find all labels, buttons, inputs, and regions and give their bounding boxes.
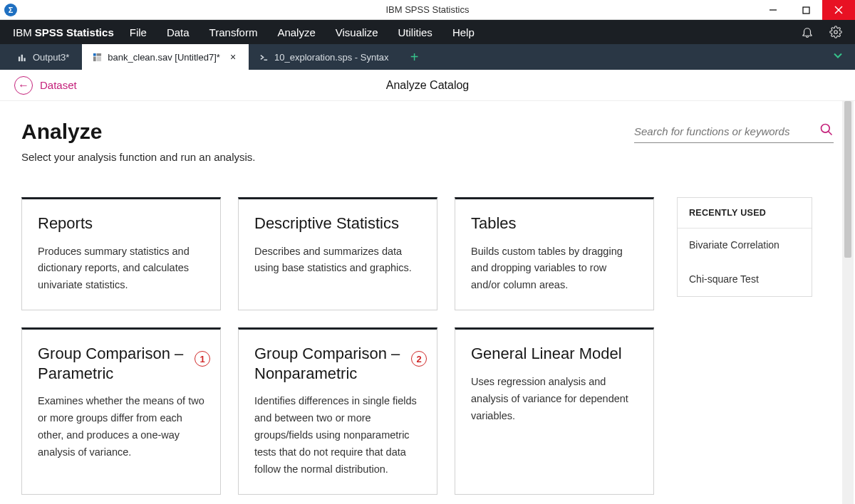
search-box[interactable] [634,122,834,143]
card-title: Tables [471,214,638,233]
card-title: Group Comparison – Nonparametric [254,344,421,383]
notifications-icon[interactable] [798,23,817,41]
svg-rect-1 [803,7,809,14]
tabs-overflow-chevron-icon[interactable] [832,50,844,65]
brand-label: IBM SPSS Statistics [13,26,114,38]
close-button[interactable] [822,0,855,20]
callout-badge-1: 1 [195,351,210,367]
page-subtitle: Select your analysis function and run an… [21,151,634,163]
tab-syntax[interactable]: 10_exploration.sps - Syntax [249,44,401,70]
card-title: Descriptive Statistics [254,214,421,233]
minimize-button[interactable] [757,0,789,20]
vertical-scrollbar[interactable] [842,101,854,504]
settings-gear-icon[interactable] [826,23,845,41]
dataset-grid-icon [92,52,102,62]
svg-point-4 [834,31,838,34]
app-logo-icon: Σ [4,4,17,16]
recently-used-header: RECENTLY USED [678,198,812,229]
card-desc: Builds custom tables by dragging and dro… [471,243,638,295]
card-title: Group Comparison – Parametric [38,344,204,383]
tab-label: 10_exploration.sps - Syntax [274,52,388,63]
recent-item[interactable]: Bivariate Correlation [678,229,812,263]
menu-utilities[interactable]: Utilities [398,26,432,38]
maximize-button[interactable] [789,0,822,20]
svg-rect-11 [96,56,101,61]
search-input[interactable] [634,125,819,137]
card-group-comparison-parametric[interactable]: Group Comparison – Parametric Examines w… [21,327,221,495]
prompt-icon [259,52,269,62]
svg-rect-10 [93,56,96,61]
svg-rect-8 [93,53,96,56]
os-titlebar: Σ IBM SPSS Statistics [0,0,855,20]
card-title: Reports [38,214,204,233]
menu-file[interactable]: File [130,26,147,38]
svg-rect-6 [21,54,22,61]
breadcrumb-bar: ← Dataset Analyze Catalog [0,70,855,101]
card-tables[interactable]: Tables Builds custom tables by dragging … [455,197,654,310]
card-desc: Examines whether the means of two or mor… [38,393,204,461]
app-menubar: IBM SPSS Statistics File Data Transform … [0,20,855,44]
main-area: Analyze Select your analysis function an… [0,101,855,504]
card-group-comparison-nonparametric[interactable]: Group Comparison – Nonparametric Identif… [238,327,437,495]
card-desc: Identifies differences in single fields … [254,393,421,478]
window-title: IBM SPSS Statistics [385,4,469,15]
menu-visualize[interactable]: Visualize [336,26,378,38]
callout-badge-2: 2 [411,351,427,367]
menu-transform[interactable]: Transform [209,26,258,38]
recently-used-panel: RECENTLY USED Bivariate Correlation Chi-… [677,197,812,297]
new-tab-button[interactable]: + [402,44,428,70]
menu-data[interactable]: Data [167,26,190,38]
tab-label: Output3* [33,52,69,63]
card-general-linear-model[interactable]: General Linear Model Uses regression ana… [455,327,654,495]
card-desc: Uses regression analysis and analysis of… [471,374,638,425]
svg-rect-7 [24,58,25,61]
brand-prefix: IBM [13,26,32,38]
menu-analyze[interactable]: Analyze [277,26,315,38]
page-context-title: Analyze Catalog [386,79,470,92]
card-descriptive-statistics[interactable]: Descriptive Statistics Describes and sum… [238,197,437,310]
card-title: General Linear Model [471,344,638,364]
svg-point-13 [822,125,830,133]
card-reports[interactable]: Reports Produces summary statistics and … [21,197,221,310]
back-arrow-icon: ← [14,76,33,95]
search-icon[interactable] [819,122,834,140]
svg-line-14 [829,132,832,135]
brand-bold: SPSS Statistics [35,26,114,38]
tab-strip: Output3* bank_clean.sav [Untitled7]* × 1… [0,44,855,70]
back-to-dataset-button[interactable]: ← Dataset [14,76,77,95]
analysis-card-grid: Reports Produces summary statistics and … [21,197,656,495]
back-label: Dataset [40,79,77,91]
recent-item[interactable]: Chi-square Test [678,263,812,297]
svg-rect-5 [18,56,19,61]
chart-bars-icon [17,52,27,62]
scrollbar-thumb[interactable] [844,101,851,258]
svg-rect-9 [96,53,101,56]
tab-label: bank_clean.sav [Untitled7]* [108,52,220,63]
tab-close-icon[interactable]: × [230,51,236,63]
card-desc: Produces summary statistics and dictiona… [38,243,204,295]
menu-help[interactable]: Help [452,26,475,38]
tab-output[interactable]: Output3* [7,44,82,70]
tab-dataset[interactable]: bank_clean.sav [Untitled7]* × [82,44,249,70]
card-desc: Describes and summarizes data using base… [254,243,421,278]
window-controls [757,0,855,20]
page-title: Analyze [21,120,634,144]
